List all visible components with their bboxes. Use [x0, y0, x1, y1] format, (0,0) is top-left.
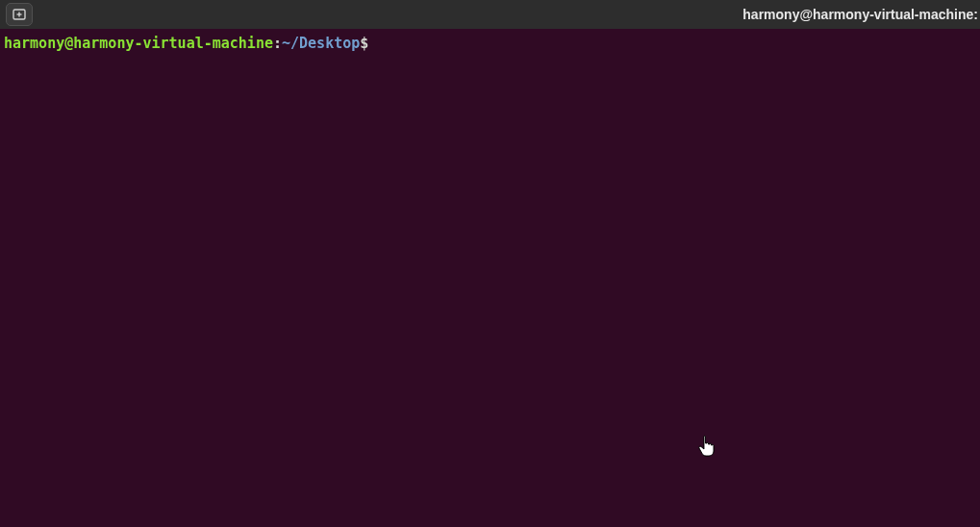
new-tab-button[interactable]	[6, 3, 33, 26]
new-tab-icon	[12, 7, 27, 22]
prompt-line: harmony@harmony-virtual-machine:~/Deskto…	[4, 35, 976, 54]
hand-pointer-icon	[697, 435, 716, 458]
mouse-cursor	[697, 435, 716, 464]
window-title: harmony@harmony-virtual-machine:	[742, 7, 978, 22]
terminal-area[interactable]: harmony@harmony-virtual-machine:~/Deskto…	[0, 29, 980, 527]
prompt-user-host: harmony@harmony-virtual-machine	[4, 35, 273, 54]
prompt-path: ~/Desktop	[282, 35, 360, 54]
titlebar-left	[4, 1, 35, 28]
window-titlebar: harmony@harmony-virtual-machine:	[0, 0, 980, 29]
prompt-symbol: $	[360, 35, 368, 54]
command-input[interactable]	[368, 35, 976, 54]
prompt-separator: :	[273, 35, 282, 54]
